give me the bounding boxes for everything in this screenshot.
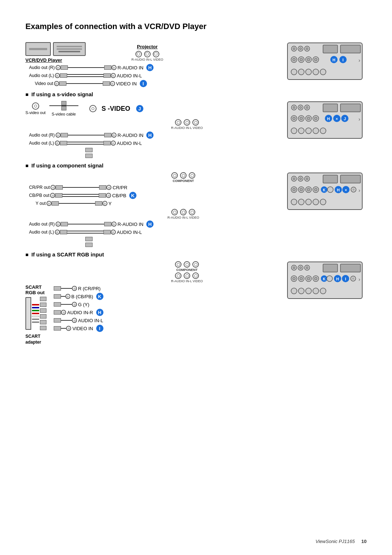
projector-col: Projector R-AUDIO IN-L VIDEO — [131, 44, 163, 61]
svg-point-90 — [293, 267, 295, 269]
svg-point-50 — [291, 128, 297, 134]
dst-audio-r: R-AUDIO IN — [111, 65, 144, 70]
svg-point-104 — [314, 277, 317, 280]
svg-point-51 — [298, 128, 304, 134]
svg-text:H: H — [336, 277, 339, 281]
svg-text:K: K — [323, 188, 326, 192]
component-top-ports: COMPONENT — [91, 172, 276, 183]
left-col-svideo: S-video out S-video cable — [25, 101, 276, 158]
comp-audio-conns: Audio out (R) R-AUDIO IN H — [29, 221, 276, 247]
badge-i-1: I — [140, 80, 147, 87]
svg-text:›: › — [359, 187, 360, 193]
src-audio-l: Audio out (L) — [29, 73, 60, 78]
dvd-box — [53, 42, 86, 56]
svg-point-37 — [293, 117, 295, 120]
page: Examples of connection with a VCR/DVD Pl… — [0, 0, 392, 555]
eq-cable-audio-l — [67, 74, 103, 77]
svg-text:H: H — [337, 188, 340, 192]
dst-plug-audio-r — [104, 65, 111, 70]
svg-point-29 — [293, 106, 295, 109]
svideo-cable-row: S-video out S-video cable — [25, 101, 276, 116]
svg-rect-95 — [323, 264, 338, 272]
scart-header: If using a SCART RGB input — [25, 251, 367, 258]
svg-text:›: › — [359, 276, 360, 282]
svideo-proj-ports: R-AUDIO IN-L VIDEO — [98, 119, 276, 130]
scart-device: SCARTRGB out — [25, 284, 46, 345]
svg-point-43 — [314, 117, 317, 120]
dst-audio-l: AUDIO IN-L — [111, 73, 142, 78]
svg-point-6 — [306, 48, 308, 50]
rca-dst-r — [111, 65, 117, 70]
svg-point-53 — [313, 128, 319, 134]
component-main: COMPONENT CR/PR out CR/PR — [25, 172, 367, 247]
scart-connector-group — [25, 297, 46, 330]
scart-conn-audio-l: AUDIO IN-L — [54, 317, 103, 324]
svg-point-100 — [300, 277, 303, 280]
projector-panel-basic: H I › — [287, 42, 363, 80]
svg-point-70 — [307, 188, 310, 191]
badge-h-1: H — [146, 64, 154, 71]
svg-text:›: › — [359, 57, 360, 63]
comp-audio-l: Audio out (L) AUDIO IN-L — [29, 229, 276, 235]
section-svideo: If using a s-video signal S-video out — [25, 91, 367, 158]
cable-audio-r — [68, 67, 104, 68]
svg-text:›: › — [359, 116, 360, 122]
svg-point-39 — [300, 117, 303, 120]
right-col-component: K H × › — [287, 172, 367, 247]
svg-point-107 — [327, 276, 332, 281]
svg-text:H: H — [332, 58, 335, 62]
page-number: 10 — [362, 539, 367, 544]
right-col-svideo: H × J › — [287, 101, 367, 158]
svg-rect-8 — [340, 45, 360, 53]
svg-point-2 — [293, 48, 295, 50]
left-col-scart: COMPONENT R-AUDIO IN-L VIDEO SCARTRGB o — [25, 261, 276, 345]
svg-point-66 — [293, 188, 295, 191]
svg-point-115 — [298, 288, 304, 294]
svideo-out-port — [32, 102, 39, 110]
svg-point-16 — [314, 58, 317, 61]
badge-k-comp: K — [129, 192, 136, 199]
svg-point-83 — [298, 199, 304, 205]
badge-k-scart: K — [96, 293, 103, 300]
component-video-conns: CR/PR out CR/PR CB/PB out — [29, 184, 276, 207]
src-audio-r: Audio out (R) — [29, 65, 61, 70]
svg-text:J: J — [344, 117, 346, 121]
comp-audio-ports: R-AUDIO IN-L VIDEO — [91, 209, 276, 219]
section-scart: If using a SCART RGB input COMPONENT — [25, 251, 367, 345]
scart-conn-labels: R (CR/PR) B (CB/PB) K — [54, 285, 103, 332]
svg-point-117 — [313, 288, 319, 294]
svg-point-98 — [293, 277, 295, 280]
scart-conn-audio-r: AUDIO IN-R H — [54, 309, 103, 316]
svg-point-84 — [306, 199, 311, 205]
svg-point-60 — [299, 178, 302, 180]
badge-h-comp: H — [146, 220, 154, 228]
svg-rect-63 — [323, 175, 338, 183]
right-col-basic: H I › — [287, 42, 367, 87]
ports-label-1: R-AUDIO IN-L VIDEO — [131, 58, 163, 61]
right-col-scart: K H I › — [287, 261, 367, 345]
svg-text:×: × — [345, 188, 347, 192]
brand-name: ViewSonic PJ1165 — [315, 539, 355, 544]
component-header: If using a component signal — [25, 162, 367, 169]
svg-point-25 — [320, 69, 326, 75]
svg-point-75 — [327, 187, 333, 193]
svg-point-118 — [320, 288, 326, 294]
scart-conn-g: G (Y) — [54, 301, 103, 308]
svg-point-113 — [352, 278, 354, 280]
svideo-out-label: S-video out — [25, 110, 46, 115]
vcr-dvd-device: VCR/DVD Player — [25, 42, 86, 63]
svg-point-4 — [299, 48, 302, 50]
left-col-component: COMPONENT CR/PR out CR/PR — [25, 172, 276, 247]
scart-adapter-label: SCART — [25, 334, 40, 339]
component-label: COMPONENT — [173, 179, 194, 183]
dst-plug-video — [103, 81, 110, 86]
comp-conn-cr: CR/PR out CR/PR — [29, 184, 276, 191]
port-r-audio — [135, 51, 142, 57]
comp-conn-cb: CB/PB out CB/PB K — [29, 192, 276, 199]
projector-panel-component: K H × › — [287, 172, 363, 210]
svg-point-62 — [306, 178, 308, 180]
page-title: Examples of connection with a VCR/DVD Pl… — [25, 22, 367, 31]
src-video: Video out — [29, 81, 59, 86]
dst-video: VIDEO IN — [110, 81, 137, 86]
svg-point-68 — [300, 188, 303, 191]
